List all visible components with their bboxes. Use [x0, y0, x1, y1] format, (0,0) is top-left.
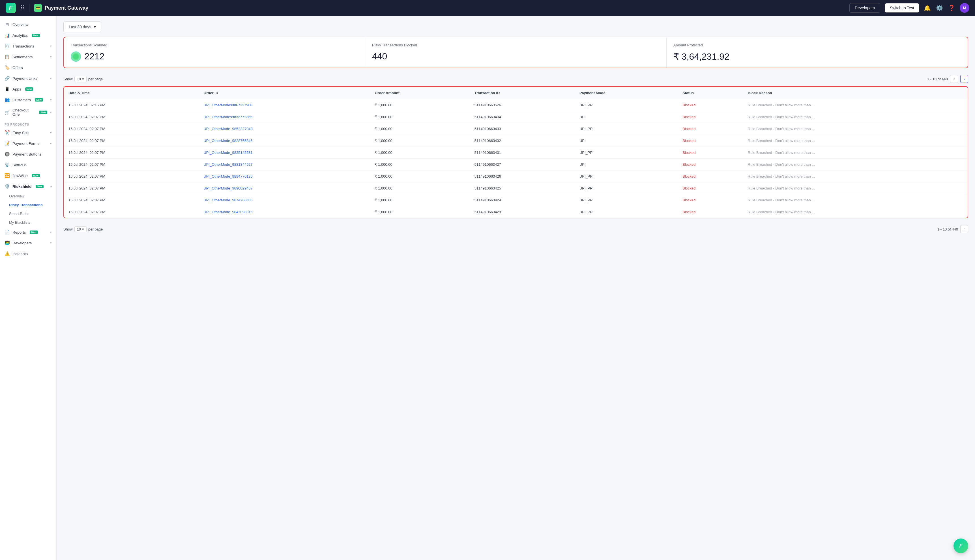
- cell-mode-5: UPI: [575, 159, 678, 170]
- cell-tx-id-3: 5114910663432: [470, 135, 575, 147]
- date-filter-chevron-icon: ▾: [94, 25, 96, 29]
- bottom-show-label: Show: [63, 227, 73, 232]
- sidebar-item-transactions[interactable]: 🧾 Transactions ▾: [0, 41, 56, 52]
- flowwise-badge: New: [32, 174, 40, 177]
- sidebar-item-checkout-one[interactable]: 🛒 Checkout One New ▾: [0, 105, 56, 119]
- help-icon[interactable]: ❓: [948, 5, 955, 11]
- next-page-button[interactable]: ›: [960, 75, 968, 83]
- payment-links-chevron: ▾: [50, 77, 52, 80]
- sidebar-item-softpos[interactable]: 📡 SoftPOS: [0, 160, 56, 170]
- table-row[interactable]: 16 Jul 2024, 02:07 PM UPI_OtherMode_9825…: [64, 147, 968, 159]
- sidebar-item-payment-forms[interactable]: 📝 Payment Forms ▾: [0, 138, 56, 149]
- sidebar-item-incidents[interactable]: ⚠️ Incidents: [0, 248, 56, 259]
- cell-mode-2: UPI_PPI: [575, 123, 678, 135]
- fab-button[interactable]: F: [953, 538, 968, 553]
- brand-icon: 💳: [34, 4, 42, 12]
- cell-reason-1: Rule Breached - Don't allow more than ..…: [743, 111, 968, 123]
- developers-button[interactable]: Developers: [850, 3, 880, 13]
- cell-mode-0: UPI_PPI: [575, 99, 678, 111]
- sidebar-item-analytics[interactable]: 📊 Analytics New: [0, 30, 56, 41]
- sidebar-item-reports-label: Reports: [12, 230, 26, 235]
- cell-status-5: Blocked: [678, 159, 743, 170]
- sidebar-item-my-blacklists-label: My Blacklists: [9, 220, 30, 225]
- top-page-info-text: 1 - 10 of 440: [927, 77, 948, 81]
- cell-date-7: 16 Jul 2024, 02:07 PM: [64, 182, 199, 194]
- bottom-per-page-select[interactable]: 10 ▾: [74, 226, 87, 232]
- sidebar-item-transactions-label: Transactions: [12, 44, 34, 48]
- table-row[interactable]: 16 Jul 2024, 02:07 PM UPI_OtherMode_9852…: [64, 123, 968, 135]
- table-row[interactable]: 16 Jul 2024, 02:07 PM UPI_OtherModes9832…: [64, 111, 968, 123]
- payment-links-icon: 🔗: [5, 76, 10, 81]
- sidebar-item-riskshield-label: Riskshield: [12, 184, 32, 188]
- sidebar-item-risky-transactions-label: Risky Transactions: [9, 203, 43, 207]
- sidebar-item-risky-transactions[interactable]: Risky Transactions: [9, 200, 56, 209]
- transactions-chevron: ▾: [50, 44, 52, 48]
- table-row[interactable]: 16 Jul 2024, 02:07 PM UPI_OtherMode_9874…: [64, 194, 968, 206]
- sidebar-item-settlements[interactable]: 📋 Settlements ▾: [0, 52, 56, 62]
- sidebar-item-apps[interactable]: 📱 Apps New: [0, 84, 56, 95]
- apps-badge: New: [25, 87, 33, 91]
- bottom-pagination-row: Show 10 ▾ per page 1 - 10 of 440 ‹: [63, 223, 968, 235]
- stat-transactions-scanned-label: Transactions Scanned: [71, 43, 358, 47]
- cell-amount-5: ₹ 1,000.00: [370, 159, 470, 170]
- grid-icon[interactable]: ⠿: [20, 5, 25, 11]
- sidebar-item-customers[interactable]: 👥 Customers New ▾: [0, 95, 56, 105]
- cell-mode-3: UPI: [575, 135, 678, 147]
- avatar[interactable]: M: [960, 3, 969, 13]
- table-row[interactable]: 16 Jul 2024, 02:07 PM UPI_OtherMode_9847…: [64, 206, 968, 218]
- logo[interactable]: F: [6, 3, 16, 13]
- cell-order-id-7: UPI_OtherMode_9890029467: [199, 182, 370, 194]
- per-page-select[interactable]: 10 ▾: [74, 76, 87, 82]
- cell-reason-4: Rule Breached - Don't allow more than ..…: [743, 147, 968, 159]
- sidebar-item-smart-rules[interactable]: Smart Rules: [9, 209, 56, 218]
- sidebar-item-overview[interactable]: ⊞ Overview: [0, 19, 56, 30]
- easy-split-icon: ✂️: [5, 130, 10, 135]
- transactions-table: Date & Time Order ID Order Amount Transa…: [64, 87, 968, 218]
- table-row[interactable]: 16 Jul 2024, 02:07 PM UPI_OtherMode_9831…: [64, 159, 968, 170]
- table-row[interactable]: 16 Jul 2024, 02:16 PM UPI_OtherModes9867…: [64, 99, 968, 111]
- col-transaction-id: Transaction ID: [470, 87, 575, 99]
- gear-icon[interactable]: ⚙️: [936, 5, 943, 11]
- sidebar-item-reports[interactable]: 📄 Reports New ▾: [0, 227, 56, 238]
- show-per-page: Show 10 ▾ per page: [63, 76, 103, 82]
- bell-icon[interactable]: 🔔: [924, 5, 931, 11]
- fab-icon: F: [960, 543, 963, 549]
- stat-transactions-scanned-value: 2212: [84, 51, 104, 62]
- pg-products-section-label: PG PRODUCTS: [0, 119, 56, 127]
- stat-amount-protected: Amount Protected ₹ 3,64,231.92: [666, 37, 968, 68]
- incidents-icon: ⚠️: [5, 251, 10, 256]
- cell-order-id-1: UPI_OtherModes9832772365: [199, 111, 370, 123]
- bottom-page-info: 1 - 10 of 440 ‹: [937, 225, 968, 233]
- date-filter-button[interactable]: Last 30 days ▾: [63, 22, 101, 32]
- sidebar-item-offers-label: Offers: [12, 66, 23, 70]
- sidebar-item-riskshield[interactable]: 🛡️ Riskshield New ▾: [0, 181, 56, 192]
- table-row[interactable]: 16 Jul 2024, 02:07 PM UPI_OtherMode_9890…: [64, 182, 968, 194]
- sidebar-item-riskshield-overview[interactable]: Overview: [9, 192, 56, 200]
- cell-reason-0: Rule Breached - Don't allow more than ..…: [743, 99, 968, 111]
- stat-risky-blocked: Risky Transactions Blocked 440: [365, 37, 666, 68]
- stat-amount-protected-value: ₹ 3,64,231.92: [673, 51, 730, 62]
- sidebar-item-payment-buttons[interactable]: 🔘 Payment Buttons: [0, 149, 56, 160]
- cell-tx-id-0: 5114910663526: [470, 99, 575, 111]
- cell-order-id-2: UPI_OtherMode_9852327048: [199, 123, 370, 135]
- cell-status-9: Blocked: [678, 206, 743, 218]
- table-row[interactable]: 16 Jul 2024, 02:07 PM UPI_OtherMode_9828…: [64, 135, 968, 147]
- bottom-prev-page-button[interactable]: ‹: [960, 225, 968, 233]
- switch-test-button[interactable]: Switch to Test: [885, 3, 919, 12]
- prev-page-button[interactable]: ‹: [950, 75, 958, 83]
- table-header-row: Date & Time Order ID Order Amount Transa…: [64, 87, 968, 99]
- cell-status-1: Blocked: [678, 111, 743, 123]
- riskshield-chevron: ▾: [50, 185, 52, 188]
- cell-reason-2: Rule Breached - Don't allow more than ..…: [743, 123, 968, 135]
- sidebar-item-offers[interactable]: 🏷️ Offers: [0, 62, 56, 73]
- sidebar-item-developers[interactable]: 👨‍💻 Developers ▾: [0, 238, 56, 248]
- sidebar-item-my-blacklists[interactable]: My Blacklists: [9, 218, 56, 227]
- sidebar-item-developers-label: Developers: [12, 241, 32, 245]
- per-page-value: 10: [77, 77, 81, 81]
- cell-status-4: Blocked: [678, 147, 743, 159]
- sidebar-item-payment-links[interactable]: 🔗 Payment Links ▾: [0, 73, 56, 84]
- sidebar-item-flowwise[interactable]: 🔀 flowWise New: [0, 170, 56, 181]
- table-row[interactable]: 16 Jul 2024, 02:07 PM UPI_OtherMode_9894…: [64, 170, 968, 182]
- cell-tx-id-7: 5114910663425: [470, 182, 575, 194]
- sidebar-item-easy-split[interactable]: ✂️ Easy Split ▾: [0, 127, 56, 138]
